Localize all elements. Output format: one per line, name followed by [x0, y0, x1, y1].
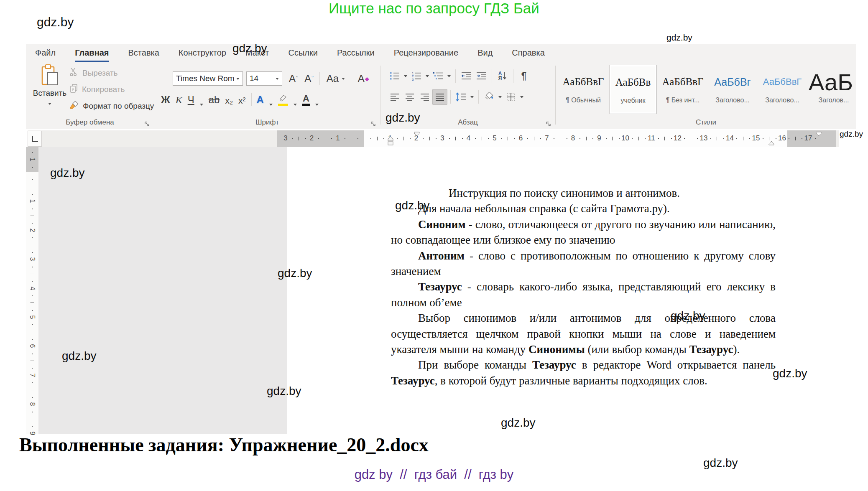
superscript-button[interactable]: x² [238, 96, 246, 106]
italic-button[interactable]: K [176, 94, 182, 106]
font-size-combobox[interactable]: 14 [246, 71, 282, 86]
underline-options-chevron[interactable] [200, 104, 203, 106]
multilevel-list-button[interactable] [431, 68, 446, 84]
watermark: gdz.by [501, 416, 536, 430]
clipboard-group: Вставить Вырезать [26, 62, 154, 129]
line-spacing-chevron[interactable] [469, 89, 475, 105]
tab-help[interactable]: Справка [512, 48, 544, 62]
bullets-chevron[interactable] [402, 68, 409, 84]
tab-review[interactable]: Рецензирование [394, 48, 458, 62]
subscript-button[interactable]: x₂ [225, 96, 233, 106]
shading-chevron[interactable] [497, 89, 503, 105]
font-name-combobox[interactable]: Times New Rom [173, 71, 243, 86]
document-background [38, 147, 287, 434]
ruler-tick [488, 138, 489, 139]
underline-button[interactable]: Ч [188, 94, 194, 106]
right-first-line-marker[interactable] [816, 130, 822, 138]
tab-insert[interactable]: Вставка [128, 48, 159, 62]
increase-indent-button[interactable] [474, 68, 489, 84]
align-left-button[interactable] [387, 89, 402, 105]
document-page[interactable]: Инструкция по поиску синонимов и антоним… [287, 147, 868, 434]
decrease-indent-button[interactable] [459, 68, 474, 84]
line-spacing-button[interactable] [454, 89, 469, 105]
right-indent-marker[interactable] [768, 140, 774, 147]
format-painter-button[interactable]: Формат по образцу [69, 100, 154, 112]
ruler-tick [527, 138, 528, 139]
show-marks-button[interactable]: ¶ [516, 68, 531, 84]
clipboard-dialog-launcher-icon[interactable] [144, 121, 150, 127]
font-dialog-launcher-icon[interactable] [370, 121, 376, 127]
tab-mailings[interactable]: Рассылки [337, 48, 375, 62]
strikethrough-button[interactable]: ab [209, 94, 220, 106]
vertical-ruler[interactable]: 1123456789 [26, 147, 38, 434]
highlight-chevron[interactable] [294, 104, 297, 106]
tab-references[interactable]: Ссылки [288, 48, 318, 62]
doc-paragraph: Выбор синонимов и/или антонимов для опре… [391, 310, 776, 357]
ruler-tick [325, 137, 325, 140]
borders-chevron[interactable] [518, 89, 525, 105]
style-card-heading1[interactable]: АаБбВг Заголово... [709, 65, 756, 114]
paste-button[interactable]: Вставить [32, 64, 68, 107]
text-effects-chevron[interactable] [269, 104, 273, 106]
cut-button[interactable]: Вырезать [69, 67, 154, 79]
tab-stop-selector[interactable] [28, 131, 42, 147]
horizontal-ruler[interactable]: 3211234567891011121314151617 [28, 130, 839, 147]
text-effects-button[interactable]: A [257, 94, 264, 106]
clipboard-group-label: Буфер обмена [26, 118, 154, 128]
format-painter-label: Формат по образцу [83, 102, 154, 111]
shading-button[interactable] [482, 89, 497, 105]
tab-file[interactable]: Файл [35, 48, 56, 62]
ruler-tick [31, 361, 34, 361]
ruler-number: 10 [621, 134, 629, 142]
sort-button[interactable]: АЯ [495, 68, 510, 84]
align-center-button[interactable] [402, 89, 417, 105]
divider [351, 72, 351, 85]
chevron-down-icon [236, 78, 240, 80]
bullets-button[interactable] [387, 68, 402, 84]
ruler-tick [815, 138, 816, 139]
ruler-tick [540, 138, 541, 139]
tab-home[interactable]: Главная [75, 48, 109, 62]
align-right-button[interactable] [417, 89, 432, 105]
style-card-uchebnik[interactable]: АаБбВв учебник [610, 65, 656, 114]
ruler-tick [32, 324, 33, 325]
ruler-number: 5 [28, 315, 36, 319]
ruler-tick [32, 252, 33, 253]
document-text[interactable]: Инструкция по поиску синонимов и антоним… [391, 186, 776, 389]
ruler-number: 4 [467, 134, 470, 142]
style-card-heading2[interactable]: АаБбВвГ Заголово... [759, 65, 806, 114]
style-card-normal[interactable]: АаБбВвГ ¶ Обычный [560, 65, 607, 114]
styles-group: АаБбВвГ ¶ Обычный АаБбВв учебник АаБбВвГ… [556, 62, 856, 129]
promo-banner: Ищите нас по запросу ГДЗ Бай [0, 0, 868, 17]
hanging-indent-marker[interactable] [388, 137, 393, 147]
ruler-number: 8 [28, 402, 36, 406]
borders-button[interactable] [503, 89, 518, 105]
ruler-number: 8 [571, 134, 575, 142]
ruler-tick [580, 138, 580, 139]
bold-button[interactable]: Ж [161, 94, 170, 106]
change-case-button[interactable]: Aa [327, 73, 345, 84]
eraser-diamond-icon: ◆ [365, 76, 369, 82]
grow-font-button[interactable]: Aˆ [289, 73, 298, 84]
ruler-tick [619, 138, 620, 139]
numbering-button[interactable]: 1 2 3 [409, 68, 424, 84]
numbering-chevron[interactable] [424, 68, 431, 84]
paragraph-dialog-launcher-icon[interactable] [546, 121, 551, 127]
ruler-tick [351, 137, 351, 140]
multilevel-chevron[interactable] [446, 68, 452, 84]
justify-button[interactable] [432, 89, 447, 105]
style-card-title[interactable]: АаБ Заголов... [809, 65, 856, 114]
copy-button[interactable]: Копировать [69, 84, 154, 95]
font-color-button[interactable]: A [302, 94, 310, 106]
font-color-chevron[interactable] [315, 104, 319, 106]
tab-view[interactable]: Вид [477, 48, 493, 62]
first-line-indent-marker[interactable] [414, 130, 420, 138]
highlight-button[interactable] [278, 93, 288, 106]
watermark: gdz.by [385, 111, 420, 125]
style-card-no-spacing[interactable]: АаБбВвГ ¶ Без инт... [659, 65, 706, 114]
shrink-font-button[interactable]: Aˇ [304, 73, 313, 84]
tab-design[interactable]: Конструктор [179, 48, 226, 62]
clear-formatting-button[interactable]: A◆ [358, 73, 369, 84]
ruler-number: 3 [283, 134, 287, 142]
watermark: gdz.by [671, 309, 705, 323]
